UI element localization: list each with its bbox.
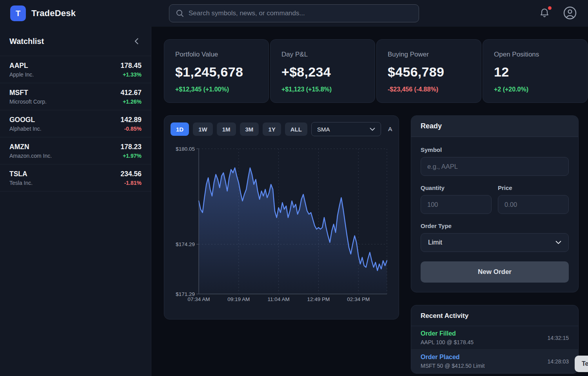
chevron-down-icon	[555, 241, 561, 245]
change: +1.97%	[120, 153, 142, 159]
top-bar: T TradeDesk	[0, 0, 588, 27]
svg-text:12:49 PM: 12:49 PM	[307, 296, 330, 302]
range-button-1y[interactable]: 1Y	[263, 122, 281, 136]
order-type-select[interactable]: Limit	[421, 233, 569, 252]
quantity-label: Quantity	[421, 184, 492, 191]
order-ticket-panel: Ready Symbol Quantity Price	[411, 115, 579, 292]
company-name: Apple Inc.	[9, 71, 34, 78]
symbol: AMZN	[9, 143, 52, 151]
stat-value: +$8,234	[281, 64, 364, 80]
watchlist-item-googl[interactable]: GOOGLAlphabet Inc. 142.89-0.85%	[0, 110, 151, 137]
change: +1.33%	[120, 71, 142, 78]
stat-value: $1,245,678	[175, 64, 258, 80]
search-icon	[176, 9, 184, 18]
range-button-all[interactable]: ALL	[285, 122, 307, 136]
annotate-button[interactable]: Annotate	[388, 126, 392, 133]
stat-change: -$23,456 (-4.88%)	[388, 86, 470, 93]
order-status-badge: Ready	[411, 116, 578, 137]
stat-card-buying-power: Buying Power $456,789 -$23,456 (-4.88%)	[376, 39, 481, 103]
watchlist-item-amzn[interactable]: AMZNAmazon.com Inc. 178.23+1.97%	[0, 137, 151, 164]
app-logo-letter: T	[16, 9, 20, 18]
activity-status: Order Filled	[421, 330, 474, 337]
watchlist-item-msft[interactable]: MSFTMicrosoft Corp. 412.67+1.26%	[0, 83, 151, 110]
symbol: TSLA	[9, 170, 33, 178]
svg-text:$180.05: $180.05	[176, 146, 195, 152]
stat-label: Day P&L	[281, 51, 364, 58]
watchlist-header: Watchlist	[0, 27, 151, 56]
svg-text:07:34 AM: 07:34 AM	[187, 296, 210, 302]
symbol-input[interactable]	[421, 157, 569, 176]
change: -1.81%	[120, 180, 142, 186]
stat-card-portfolio-value: Portfolio Value $1,245,678 +$12,345 (+1.…	[164, 39, 269, 103]
symbol-label: Symbol	[421, 146, 569, 153]
watchlist-sidebar: Watchlist AAPLApple Inc. 178.45+1.33% MS…	[0, 27, 151, 376]
indicator-select-value: SMA	[317, 126, 330, 133]
stat-label: Buying Power	[388, 51, 470, 58]
range-button-1m[interactable]: 1M	[217, 122, 236, 136]
stat-label: Open Positions	[494, 51, 576, 58]
header-icons	[437, 5, 578, 22]
activity-row-order-placed[interactable]: Order Placed MSFT 50 @ $412.50 Limit 14:…	[411, 350, 578, 373]
price: 178.23	[120, 143, 142, 151]
symbol: MSFT	[9, 89, 47, 97]
app-logo[interactable]: T	[10, 5, 26, 21]
stat-card-day-pnl: Day P&L +$8,234 +$1,123 (+15.8%)	[270, 39, 375, 103]
notifications-button[interactable]	[539, 7, 550, 20]
stat-change: +2 (+20.0%)	[494, 86, 576, 93]
order-type-value: Limit	[428, 239, 442, 246]
svg-text:09:19 AM: 09:19 AM	[227, 296, 250, 302]
brand: T TradeDesk	[10, 5, 151, 21]
chart-panel: 1D 1W 1M 3M 1Y ALL SMA Annotate $180.05$…	[164, 115, 399, 319]
company-name: Microsoft Corp.	[9, 99, 47, 105]
chevron-down-icon	[370, 128, 375, 131]
price: 412.67	[120, 89, 142, 97]
main-content: Portfolio Value $1,245,678 +$12,345 (+1.…	[151, 27, 588, 376]
recent-activity-title: Recent Activity	[411, 305, 578, 326]
activity-row-order-filled[interactable]: Order Filled AAPL 100 @ $178.45 14:32:15	[411, 326, 578, 350]
search-wrap	[151, 4, 437, 22]
search-input[interactable]	[189, 9, 412, 17]
activity-status: Order Placed	[421, 354, 485, 361]
price-label: Price	[498, 184, 569, 191]
watchlist-title: Watchlist	[9, 37, 44, 46]
content-row: 1D 1W 1M 3M 1Y ALL SMA Annotate $180.05$…	[164, 115, 588, 374]
new-order-button[interactable]: New Order	[421, 261, 569, 283]
global-search[interactable]	[169, 4, 419, 22]
range-button-3m[interactable]: 3M	[240, 122, 259, 136]
activity-detail: MSFT 50 @ $412.50 Limit	[421, 363, 485, 369]
price-input[interactable]	[498, 195, 569, 214]
toast[interactable]: Te	[575, 356, 588, 372]
notification-dot	[548, 6, 552, 10]
price: 178.45	[120, 62, 142, 70]
app-title: TradeDesk	[31, 8, 76, 18]
stat-change: +$12,345 (+1.00%)	[175, 86, 258, 93]
stat-change: +$1,123 (+15.8%)	[281, 86, 364, 93]
indicator-select[interactable]: SMA	[311, 122, 381, 136]
collapse-sidebar-button[interactable]	[132, 36, 141, 47]
symbol: AAPL	[9, 62, 34, 70]
activity-detail: AAPL 100 @ $178.45	[421, 339, 474, 345]
range-button-1w[interactable]: 1W	[193, 122, 213, 136]
profile-button[interactable]	[562, 5, 578, 22]
watchlist-item-aapl[interactable]: AAPLApple Inc. 178.45+1.33%	[0, 56, 151, 83]
stat-value: $456,789	[388, 64, 470, 80]
company-name: Alphabet Inc.	[9, 126, 42, 132]
price: 142.89	[120, 116, 142, 124]
svg-text:02:34 PM: 02:34 PM	[347, 296, 370, 302]
company-name: Tesla Inc.	[9, 180, 33, 186]
price-chart: $180.05$174.29$171.2907:34 AM09:19 AM11:…	[171, 139, 392, 312]
avatar-icon	[563, 6, 577, 20]
svg-text:11:04 AM: 11:04 AM	[268, 296, 290, 302]
quantity-input[interactable]	[421, 195, 492, 214]
company-name: Amazon.com Inc.	[9, 153, 52, 159]
activity-time: 14:32:15	[548, 335, 569, 341]
stat-card-open-positions: Open Positions 12 +2 (+20.0%)	[483, 39, 588, 103]
recent-activity-panel: Recent Activity Order Filled AAPL 100 @ …	[411, 305, 579, 374]
stats-row: Portfolio Value $1,245,678 +$12,345 (+1.…	[164, 39, 588, 103]
price: 234.56	[120, 170, 142, 178]
range-button-1d[interactable]: 1D	[171, 122, 189, 136]
watchlist-item-tsla[interactable]: TSLATesla Inc. 234.56-1.81%	[0, 164, 151, 192]
change: -0.85%	[120, 126, 142, 132]
activity-time: 14:28:03	[548, 358, 569, 365]
chart-toolbar: 1D 1W 1M 3M 1Y ALL SMA Annotate	[171, 122, 392, 136]
